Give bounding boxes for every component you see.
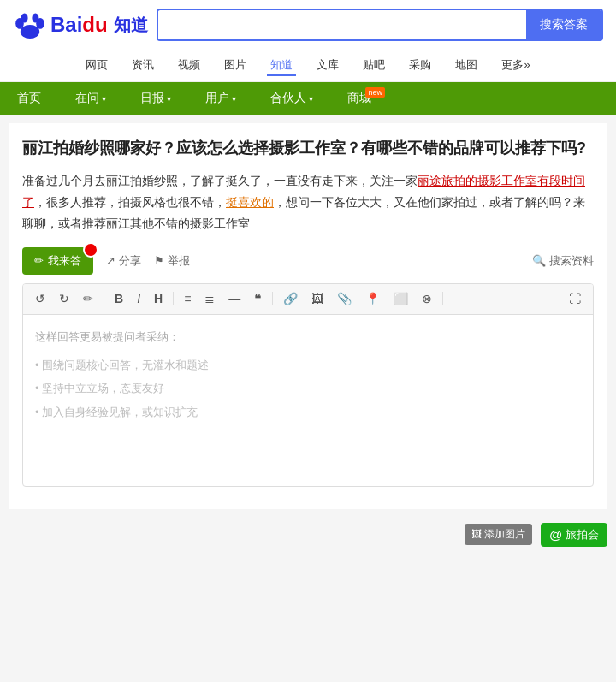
toolbar-sep-3 [272,292,273,305]
svg-point-0 [21,25,39,39]
nav-user-label: 用户 [205,91,229,106]
nav-caigou[interactable]: 采购 [406,56,435,76]
nav-zawen[interactable]: 在问 ▾ [58,82,123,115]
share-button[interactable]: ↗ 分享 [106,253,141,269]
logo-baidu-text: Baidu [50,13,108,37]
search-box[interactable]: 搜索答案 [157,9,603,41]
answer-editor: ↺ ↻ ✏ B I H ≡ ≣ — ❝ 🔗 🖼 📎 📍 ⬜ ⊗ ⛶ 这样回答更易… [22,283,594,487]
quote-button[interactable]: ❝ [251,289,265,309]
nav-user[interactable]: 用户 ▾ [188,82,253,115]
body-text-2: ，很多人推荐，拍摄风格也很不错， [34,195,226,209]
edit-icon: ✏ [34,254,44,267]
action-bar: ✏ 我来答 ↗ 分享 ⚑ 举报 🔍 搜索资料 [22,247,594,275]
svg-point-4 [32,13,38,22]
toolbar-sep-2 [173,292,174,305]
bold-button[interactable]: B [111,290,127,307]
eraser-button[interactable]: ✏ [80,290,97,307]
notification-dot [83,242,98,258]
report-label: 举报 [168,253,190,269]
top-search-bar: Baidu 知道 搜索答案 [0,0,616,50]
nav-user-arrow-icon: ▾ [232,94,236,104]
nav-image[interactable]: 图片 [221,56,250,76]
formula-button[interactable]: ⊗ [418,290,435,307]
search-resource-button[interactable]: 🔍 搜索资料 [532,253,594,269]
nav-partner-label: 合伙人 [270,91,306,106]
location-button[interactable]: 📍 [362,290,383,307]
question-title: 丽江拍婚纱照哪家好？应该怎么选择摄影工作室？有哪些不错的品牌可以推荐下吗? [22,137,594,160]
body-text-1: 准备过几个月去丽江拍婚纱照，了解了挺久了，一直没有走下来，关注一家 [22,174,418,187]
report-button[interactable]: ⚑ 举报 [154,253,190,269]
zhidao-nav-bar: 首页 在问 ▾ 日报 ▾ 用户 ▾ 合伙人 ▾ 商城 new [0,82,616,115]
share-icon: ↗ [106,254,116,267]
add-image-icon: 🖼 [471,528,482,540]
flag-icon: ⚑ [154,254,164,267]
undo-button[interactable]: ↺ [32,290,49,307]
nav-partner[interactable]: 合伙人 ▾ [253,82,330,115]
editor-hint-list: 围绕问题核心回答，无灌水和题述 坚持中立立场，态度友好 加入自身经验见解，或知识… [35,353,581,424]
lvpaihui-tag[interactable]: @ 旅拍会 [541,523,607,547]
nav-home-label: 首页 [17,91,41,106]
baidu-logo: Baidu 知道 [13,9,148,40]
main-content: 丽江拍婚纱照哪家好？应该怎么选择摄影工作室？有哪些不错的品牌可以推荐下吗? 准备… [9,123,607,509]
search-button[interactable]: 搜索答案 [526,10,601,39]
baidu-paw-icon [13,9,47,40]
nav-webpage[interactable]: 网页 [82,56,111,76]
search-icon: 🔍 [532,254,546,267]
nav-ditu[interactable]: 地图 [452,56,481,76]
lvpaihui-label: 旅拍会 [566,527,599,543]
toolbar-sep-1 [104,292,104,305]
editor-hint-3: 加入自身经验见解，或知识扩充 [35,400,581,424]
new-badge: new [365,87,385,98]
body-highlight-2: 挺喜欢的 [226,195,274,209]
add-image-button[interactable]: 🖼 添加图片 [465,524,532,545]
editor-hint-2: 坚持中立立场，态度友好 [35,377,581,400]
nav-zawen-label: 在问 [75,91,99,106]
toolbar-sep-4 [442,292,443,305]
nav-ribao[interactable]: 日报 ▾ [123,82,188,115]
nav-ribao-label: 日报 [140,91,164,106]
link-button[interactable]: 🔗 [280,290,301,307]
share-label: 分享 [119,253,141,269]
answer-button[interactable]: ✏ 我来答 [22,247,93,275]
editor-toolbar: ↺ ↻ ✏ B I H ≡ ≣ — ❝ 🔗 🖼 📎 📍 ⬜ ⊗ ⛶ [23,284,593,315]
logo-zhidao-text: 知道 [114,14,148,37]
nav-tieba[interactable]: 贴吧 [359,56,388,76]
ul-button[interactable]: ≡ [181,290,194,307]
nav-zixun[interactable]: 资讯 [128,56,157,76]
question-body: 准备过几个月去丽江拍婚纱照，了解了挺久了，一直没有走下来，关注一家丽途旅拍的摄影… [22,170,594,235]
svg-point-3 [21,13,28,22]
nav-wenku[interactable]: 文库 [313,56,342,76]
table-button[interactable]: ⬜ [390,290,412,307]
search-resource-label: 搜索资料 [549,253,594,269]
nav-ribao-arrow-icon: ▾ [167,94,171,104]
bottom-bar: 🖼 添加图片 @ 旅拍会 [0,518,616,552]
answer-button-label: 我来答 [48,253,81,269]
nav-zhidao[interactable]: 知道 [267,56,296,76]
nav-video[interactable]: 视频 [175,56,204,76]
editor-body[interactable]: 这样回答更易被提问者采纳： 围绕问题核心回答，无灌水和题述 坚持中立立场，态度友… [23,315,593,486]
editor-hint-1: 围绕问题核心回答，无灌水和题述 [35,353,581,377]
image-button[interactable]: 🖼 [308,290,327,307]
hr-button[interactable]: — [225,290,244,307]
add-image-label: 添加图片 [484,528,525,540]
fullscreen-button[interactable]: ⛶ [566,290,584,307]
heading-button[interactable]: H [151,290,166,307]
nav-home[interactable]: 首页 [0,82,58,115]
italic-button[interactable]: I [133,290,144,307]
at-icon: @ [549,527,562,542]
ol-button[interactable]: ≣ [201,290,218,307]
nav-partner-arrow-icon: ▾ [309,94,313,104]
nav-links-bar: 网页 资讯 视频 图片 知道 文库 贴吧 采购 地图 更多» [0,50,616,82]
nav-mall[interactable]: 商城 new [330,82,388,115]
editor-hint-title: 这样回答更易被提问者采纳： [35,327,581,347]
attach-button[interactable]: 📎 [334,290,355,307]
search-input[interactable] [158,11,526,39]
nav-zawen-arrow-icon: ▾ [102,94,106,104]
nav-more[interactable]: 更多» [498,56,533,76]
redo-button[interactable]: ↻ [56,290,73,307]
